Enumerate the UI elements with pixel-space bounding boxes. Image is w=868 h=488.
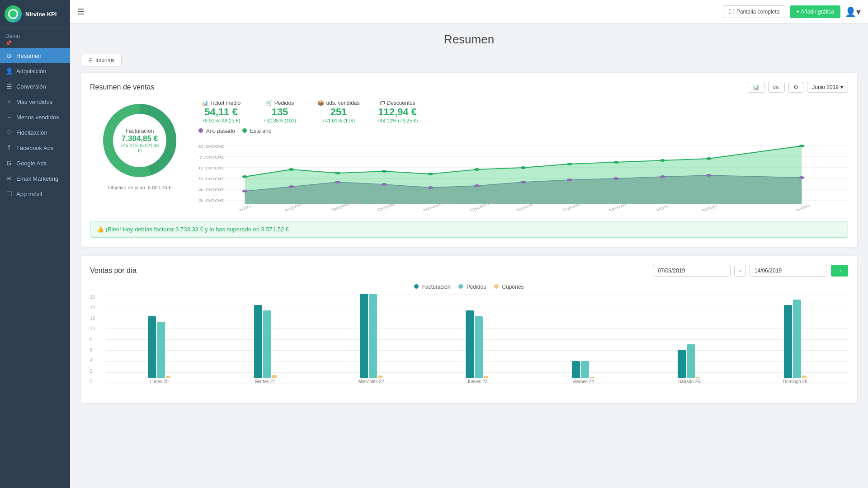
demo-icon: 📌 xyxy=(5,40,65,46)
sidebar-item-menos-vendidos[interactable]: −Menos vendidos xyxy=(0,109,70,125)
page-title: Resumen xyxy=(81,33,857,47)
sidebar-item-mas-vendidos[interactable]: +Más vendidos xyxy=(0,94,70,109)
bar-pedidos xyxy=(157,322,165,378)
date-from-input[interactable] xyxy=(653,265,731,277)
bar-day-label: Lunes 20 xyxy=(108,379,210,384)
bar-cupones xyxy=(166,376,170,378)
svg-text:Enero: Enero xyxy=(514,203,535,212)
topbar: ☰ ⛶ Pantalla completa + Añadir gráfica 👤… xyxy=(70,0,868,23)
svg-text:3.000€: 3.000€ xyxy=(198,198,224,203)
bar-facturacion xyxy=(254,305,262,378)
bar-pedidos xyxy=(369,294,377,378)
svg-point-29 xyxy=(799,176,804,179)
stat-box-uds.-vendidas: 📦 uds. vendidas 251 +41.01% (178) xyxy=(316,100,361,123)
bar-chart-canvas: 1614121086420 xyxy=(90,295,848,394)
daily-sales-title: Ventas por día xyxy=(90,267,137,275)
topbar-left: ☰ xyxy=(77,7,85,17)
date-next-button[interactable]: › xyxy=(734,265,746,277)
sidebar-item-facebook-ads[interactable]: fFacebook Ads xyxy=(0,140,70,155)
bar-group: Martes 21 xyxy=(212,295,318,384)
svg-text:8.000€: 8.000€ xyxy=(198,144,224,149)
svg-text:Abril: Abril xyxy=(653,204,670,212)
legend-dot-current xyxy=(242,128,247,133)
bars-container: Lunes 20 Martes 21 Miércoles 22 Jueves 2… xyxy=(106,295,848,384)
print-bar: 🖨 Imprimir xyxy=(81,54,857,66)
add-chart-button[interactable]: + Añadir gráfica xyxy=(790,5,840,18)
svg-point-19 xyxy=(288,185,294,188)
legend-dot-past xyxy=(198,128,203,133)
bar-day-label: Viernes 24 xyxy=(532,379,634,384)
bar-cupones xyxy=(802,375,807,378)
print-icon: 🖨 xyxy=(88,57,93,63)
svg-point-24 xyxy=(520,181,526,183)
sidebar-item-resumen[interactable]: ⊙Resumen xyxy=(0,48,70,63)
daily-sales-card: Ventas por día › → Facturación Pe xyxy=(81,256,857,403)
svg-point-34 xyxy=(428,173,433,175)
date-selector[interactable]: Junio 2019 ▾ xyxy=(807,82,848,93)
svg-point-20 xyxy=(335,181,340,183)
card-controls: 📊 vs. ⚙ Junio 2019 ▾ xyxy=(748,82,848,93)
sidebar-item-app-movil[interactable]: ☐App móvil xyxy=(0,186,70,202)
stats-chart-section: 📊 Ticket medio 54,11 € +9.91% (49,23 €) … xyxy=(198,100,848,216)
stat-box-ticket-medio: 📊 Ticket medio 54,11 € +9.91% (49,23 €) xyxy=(198,100,244,123)
sidebar-item-google-ads[interactable]: GGoogle Ads xyxy=(0,155,70,171)
sidebar-header: Nirvine KPI xyxy=(0,0,70,28)
svg-text:6.000€: 6.000€ xyxy=(198,166,224,170)
menu-icon[interactable]: ☰ xyxy=(77,7,85,17)
svg-point-33 xyxy=(381,170,387,173)
svg-text:Marzo: Marzo xyxy=(607,202,628,212)
nav-icon-adquisicion: 👤 xyxy=(5,67,13,75)
alert-bar: 👍 ¡Bien! Hoy debías facturar 3.733,33 € … xyxy=(90,221,848,238)
bar-group: Lunes 20 xyxy=(106,295,212,384)
demo-label: Demo 📌 xyxy=(0,28,70,48)
sidebar-item-adquisicion[interactable]: 👤Adquisición xyxy=(0,63,70,79)
chart-type-button[interactable]: 📊 xyxy=(748,82,764,93)
content-area: Resumen 🖨 Imprimir Resumen de ventas 📊 v… xyxy=(70,23,868,488)
nav-icon-app-movil: ☐ xyxy=(5,190,13,197)
sidebar-item-email-marketing[interactable]: ✉Email Marketing xyxy=(0,171,70,186)
bar-pedidos xyxy=(793,300,801,378)
nav-icon-email-marketing: ✉ xyxy=(5,175,13,182)
bar-cupones xyxy=(484,376,488,378)
svg-text:4.000€: 4.000€ xyxy=(198,188,224,192)
bar-pedidos xyxy=(263,310,271,378)
nav-icon-facebook-ads: f xyxy=(5,144,13,151)
print-button[interactable]: 🖨 Imprimir xyxy=(81,54,122,66)
svg-point-37 xyxy=(567,163,572,165)
svg-text:Junio: Junio xyxy=(793,203,811,212)
line-chart-svg: 8.000€ 7.000€ 6.000€ 5.000€ 4.000€ 3.000… xyxy=(198,137,848,214)
bar-chart-area: Facturación Pedidos Cupones 161412108642… xyxy=(90,284,848,394)
settings-button[interactable]: ⚙ xyxy=(788,82,803,93)
sidebar-item-conversion[interactable]: ☰Conversión xyxy=(0,79,70,94)
bar-day-label: Domingo 26 xyxy=(744,379,846,384)
nav-icon-resumen: ⊙ xyxy=(5,52,13,59)
bar-group: Sábado 25 xyxy=(636,295,742,384)
svg-point-21 xyxy=(381,183,387,186)
svg-point-30 xyxy=(242,175,247,178)
bar-day-label: Miércoles 22 xyxy=(320,379,422,384)
bar-legend-pedidos-dot xyxy=(458,284,463,289)
svg-point-40 xyxy=(706,157,712,160)
nav-icon-fidelizacion: ♡ xyxy=(5,129,13,136)
date-to-input[interactable] xyxy=(750,265,827,277)
nav-icon-conversion: ☰ xyxy=(5,83,13,90)
sidebar-nav: ⊙Resumen👤Adquisición☰Conversión+Más vend… xyxy=(0,48,70,488)
bar-group: Viernes 24 xyxy=(530,295,636,384)
vs-button[interactable]: vs. xyxy=(768,82,785,93)
svg-point-25 xyxy=(567,178,572,181)
svg-text:Julio: Julio xyxy=(236,204,253,212)
svg-point-41 xyxy=(799,145,804,147)
bar-facturacion xyxy=(360,294,368,378)
fullscreen-button[interactable]: ⛶ Pantalla completa xyxy=(723,5,785,18)
svg-point-22 xyxy=(428,186,433,189)
sidebar-item-fidelizacion[interactable]: ♡Fidelización xyxy=(0,125,70,140)
nav-icon-mas-vendidos: + xyxy=(5,98,13,105)
svg-point-39 xyxy=(660,159,665,162)
user-menu-icon[interactable]: 👤▾ xyxy=(845,6,861,17)
bar-legend-cupones-dot xyxy=(494,284,499,289)
bar-cupones xyxy=(696,377,700,378)
date-go-button[interactable]: → xyxy=(831,265,848,277)
bar-cupones xyxy=(378,375,382,378)
y-axis: 1614121086420 xyxy=(90,295,95,384)
bar-day-label: Sábado 25 xyxy=(638,379,740,384)
